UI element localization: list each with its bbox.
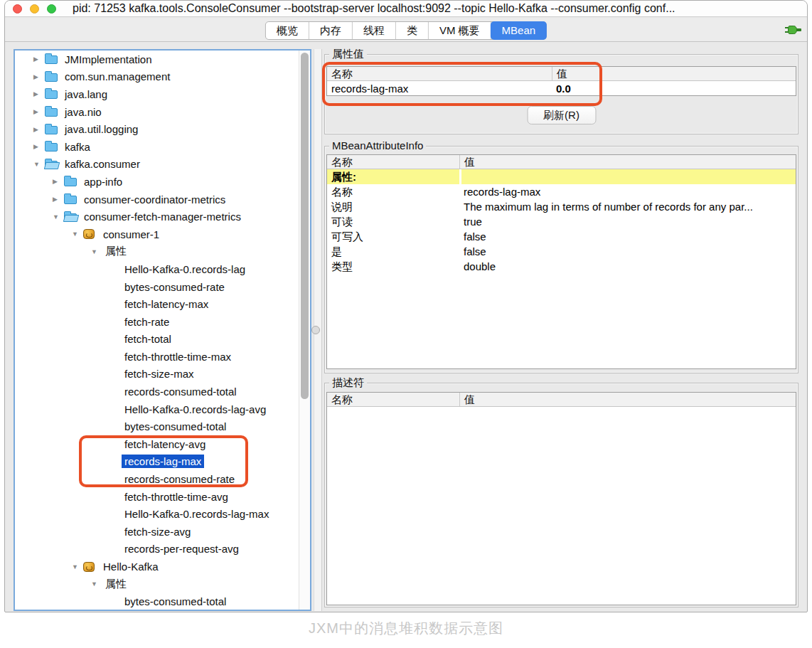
table-row[interactable]: records-lag-max 0.0: [327, 81, 796, 96]
folder-icon: [45, 108, 58, 117]
zoom-button[interactable]: [47, 4, 56, 14]
tree-item[interactable]: fetch-latency-avg: [15, 435, 299, 453]
tab[interactable]: 内存: [309, 22, 353, 39]
expand-arrow-icon[interactable]: ▼: [87, 248, 102, 255]
expand-arrow-icon[interactable]: ▶: [29, 90, 45, 97]
tree-scrollbar[interactable]: [299, 51, 310, 610]
tree-item[interactable]: Hello-Kafka-0.records-lag: [15, 260, 299, 278]
column-header-value[interactable]: 值: [552, 67, 796, 80]
tree-item[interactable]: fetch-throttle-time-max: [15, 348, 299, 366]
tree-item[interactable]: bytes-consumed-rate: [15, 278, 299, 296]
table-body: records-lag-max 0.0: [327, 81, 796, 96]
column-header-name[interactable]: 名称: [327, 67, 552, 80]
expand-arrow-icon[interactable]: ▼: [29, 161, 45, 168]
cell-name: 可读: [327, 214, 459, 229]
attribute-value-group: 属性值 名称 值 records-lag-max 0.0 刷新(R): [324, 54, 798, 134]
expand-arrow-icon[interactable]: ▶: [29, 55, 45, 63]
tree-item[interactable]: ▶ app-info: [15, 173, 299, 191]
tree-item[interactable]: fetch-size-max: [15, 366, 299, 383]
tree-item[interactable]: ▼ Hello-Kafka: [15, 558, 299, 575]
tree-item[interactable]: fetch-total: [15, 331, 299, 349]
tree-item[interactable]: ▼ kafka.consumer: [15, 156, 299, 174]
tree-item[interactable]: ▶ JMImplementation: [15, 51, 299, 68]
expand-arrow-icon[interactable]: ▶: [48, 178, 64, 185]
tree-scrollbar-thumb[interactable]: [301, 53, 309, 399]
table-header: 名称 值: [327, 393, 796, 407]
expand-arrow-icon[interactable]: ▼: [68, 563, 83, 570]
tree-item[interactable]: ▼ consumer-1: [15, 225, 299, 243]
tree-item[interactable]: ▶ consumer-coordinator-metrics: [15, 191, 299, 208]
tree-item[interactable]: records-per-request-avg: [15, 541, 299, 558]
tree-item[interactable]: fetch-latency-max: [15, 295, 299, 313]
folder-icon: [45, 126, 58, 134]
tab[interactable]: VM 概要: [429, 22, 491, 39]
tree-item[interactable]: ▶ com.sun.management: [15, 68, 299, 86]
tab-group: 概览 内存 线程 类 VM 概要 MBean: [265, 21, 547, 40]
tree-item-label: app-info: [81, 175, 125, 188]
tree-item[interactable]: ▼ consumer-fetch-manager-metrics: [15, 208, 299, 225]
expand-arrow-icon[interactable]: ▼: [48, 213, 64, 221]
tree-item[interactable]: records-lag-max: [15, 453, 299, 471]
tree-item[interactable]: bytes-consumed-total: [15, 418, 299, 435]
group-title: MBeanAttributeInfo: [329, 139, 426, 152]
tree-item[interactable]: records-consumed-total: [15, 383, 299, 400]
tab-label: 类: [407, 24, 417, 36]
tree-item[interactable]: fetch-rate: [15, 313, 299, 331]
node-icon: [83, 229, 100, 239]
folder-open-icon: [45, 161, 58, 169]
tab-label: VM 概要: [439, 24, 480, 36]
tree-item-label: bytes-consumed-total: [122, 420, 229, 433]
tree-item[interactable]: ▼ 属性: [15, 243, 299, 261]
tree-item[interactable]: Hello-Kafka-0.records-lag-max: [15, 505, 299, 523]
tree-item[interactable]: ▶ java.lang: [15, 85, 299, 103]
tree-item[interactable]: bytes-consumed-total: [15, 593, 299, 610]
tree-item[interactable]: records-consumed-rate: [15, 470, 299, 488]
expand-arrow-icon[interactable]: ▼: [87, 580, 102, 588]
expand-arrow-icon[interactable]: ▶: [29, 126, 45, 133]
tab[interactable]: MBean: [491, 22, 547, 39]
tree-item[interactable]: Hello-Kafka-0.records-lag-avg: [15, 400, 299, 418]
minimize-button[interactable]: [30, 4, 39, 14]
tree-item[interactable]: ▼ 属性: [15, 575, 299, 593]
table-row[interactable]: 是 false: [327, 244, 796, 259]
table-row[interactable]: 可读 true: [327, 214, 796, 229]
folder-icon: [64, 178, 77, 186]
column-header-name[interactable]: 名称: [327, 155, 459, 169]
attribute-value-table: 名称 值 records-lag-max 0.0: [326, 66, 796, 96]
table-row[interactable]: 类型 double: [327, 259, 796, 274]
tree-item-label: java.util.logging: [62, 122, 141, 136]
tree-item[interactable]: ▶ kafka: [15, 138, 299, 156]
splitter-handle[interactable]: [311, 326, 320, 334]
node-icon: [64, 176, 81, 186]
expand-arrow-icon[interactable]: ▶: [29, 73, 45, 80]
tree-item[interactable]: ▶ java.nio: [15, 103, 299, 121]
cell-value: records-lag-max: [459, 184, 796, 199]
cell-name: 可写入: [327, 229, 459, 244]
tree-item[interactable]: fetch-size-avg: [15, 523, 299, 541]
tab[interactable]: 概览: [266, 22, 309, 39]
column-header-value[interactable]: 值: [459, 393, 796, 406]
table-row[interactable]: 名称 records-lag-max: [327, 184, 796, 199]
tree-item-label: java.nio: [62, 105, 105, 119]
cell-name: 类型: [327, 259, 459, 274]
refresh-button[interactable]: 刷新(R): [527, 106, 596, 124]
cell-name: 是: [327, 244, 459, 259]
tab[interactable]: 类: [396, 22, 429, 39]
table-row[interactable]: 属性:: [327, 169, 796, 184]
expand-arrow-icon[interactable]: ▶: [29, 143, 45, 150]
tab[interactable]: 线程: [353, 22, 396, 39]
column-header-name[interactable]: 名称: [327, 393, 459, 406]
column-header-value[interactable]: 值: [459, 155, 796, 169]
tree-item-label: Hello-Kafka-0.records-lag: [122, 262, 248, 276]
expand-arrow-icon[interactable]: ▶: [48, 196, 64, 203]
table-body: 属性: 名称 records-lag-max 说明 The maximum la…: [327, 169, 796, 274]
table-row[interactable]: 说明 The maximum lag in terms of number of…: [327, 199, 796, 214]
expand-arrow-icon[interactable]: ▶: [29, 108, 45, 115]
tree-item[interactable]: ▶ java.util.logging: [15, 120, 299, 138]
expand-arrow-icon[interactable]: ▼: [68, 230, 83, 238]
table-row[interactable]: 可写入 false: [327, 229, 796, 244]
cell-value: The maximum lag in terms of number of re…: [459, 199, 796, 214]
close-button[interactable]: [13, 4, 22, 14]
tree-item[interactable]: fetch-throttle-time-avg: [15, 488, 299, 506]
tree-item-label: fetch-size-avg: [122, 525, 193, 538]
